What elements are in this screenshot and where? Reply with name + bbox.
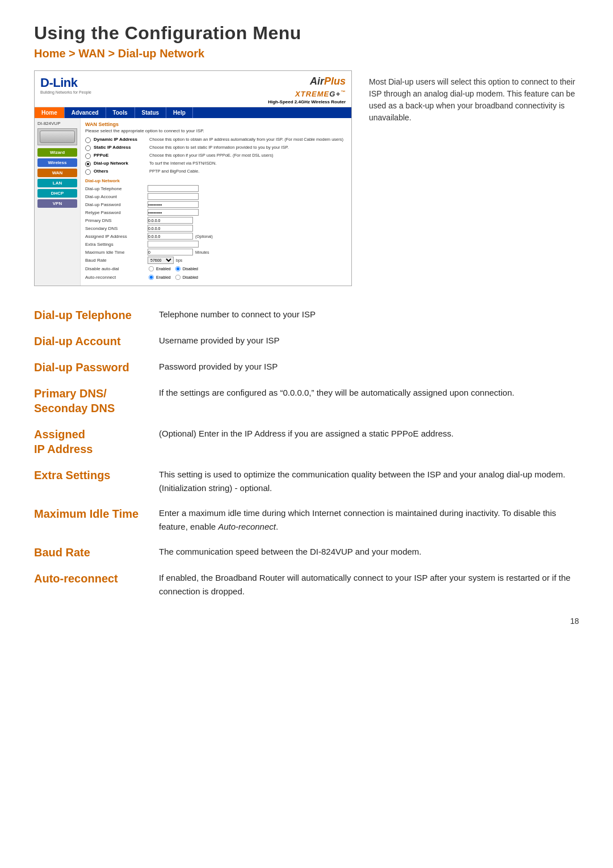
air-text: Air — [310, 76, 324, 87]
dlink-brand-sub: Building Networks for People — [40, 90, 91, 94]
plus-text: Plus — [324, 76, 346, 87]
sidebar-wizard-btn[interactable]: Wizard — [37, 148, 77, 157]
nav-advanced[interactable]: Advanced — [65, 107, 106, 118]
form-label-baudrate: Baud Rate — [85, 258, 148, 263]
term-row-dns: Primary DNS/Seconday DNS If the settings… — [34, 381, 579, 422]
wan-option-label-pppoe: PPPoE — [94, 153, 145, 158]
term-row-password: Dial-up Password Password provided by yo… — [34, 355, 579, 381]
left-description: Most Dial-up users will select this opti… — [369, 70, 579, 286]
wan-option-desc-static: Choose this option to set static IP info… — [149, 145, 289, 150]
maxidle-minutes-label: Minutes — [195, 250, 209, 254]
model-label: DI-824VUP — [37, 121, 77, 126]
term-cell-autoreconnect: Auto-reconnect — [34, 567, 159, 605]
def-telephone: Telephone number to connect to your ISP — [159, 308, 573, 321]
form-label-telephone: Dial-up Telephone — [85, 186, 148, 191]
wan-option-dialup: Dial-up Network To surf the Internet via… — [85, 161, 347, 167]
def-cell-autoreconnect: If enabled, the Broadband Router will au… — [159, 567, 579, 605]
form-row-maxidle: Maximum Idle Time Minutes — [85, 249, 347, 255]
term-dns: Primary DNS/Seconday DNS — [34, 386, 153, 416]
def-baudrate: The communication speed between the DI-8… — [159, 545, 573, 559]
sidebar-vpn-btn[interactable]: VPN — [37, 199, 77, 208]
radio-dynamic[interactable] — [85, 137, 91, 143]
router-screenshot: D-Link Building Networks for People AirP… — [34, 70, 352, 286]
sidebar-dhcp-btn[interactable]: DHCP — [37, 189, 77, 198]
sidebar-wireless-btn[interactable]: Wireless — [37, 158, 77, 167]
wan-option-static: Static IP Address Choose this option to … — [85, 145, 347, 151]
autoreconnect-disabled-option: Disabled — [174, 274, 198, 281]
nav-help[interactable]: Help — [166, 107, 193, 118]
term-cell-password: Dial-up Password — [34, 355, 159, 381]
wan-settings-title: WAN Settings — [85, 121, 347, 127]
input-telephone[interactable] — [148, 185, 199, 192]
def-assignedip: (Optional) Enter in the IP Address if yo… — [159, 427, 573, 441]
def-cell-extrasettings: This setting is used to optimize the com… — [159, 463, 579, 502]
term-telephone: Dial-up Telephone — [34, 308, 153, 322]
form-row-autodial: Disable auto-dial Enabled Disabled — [85, 265, 347, 272]
autodial-enabled-radio[interactable] — [149, 266, 154, 271]
def-maxidle: Enter a maximum idle time during which I… — [159, 506, 573, 534]
autodial-disabled-radio[interactable] — [175, 266, 180, 271]
input-password[interactable] — [148, 201, 199, 208]
nav-tools[interactable]: Tools — [106, 107, 135, 118]
input-secondarydns[interactable] — [148, 225, 193, 232]
input-extrasettings[interactable] — [148, 241, 199, 248]
terms-table: Dial-up Telephone Telephone number to co… — [34, 303, 579, 605]
radio-pppoe[interactable] — [85, 153, 91, 159]
def-cell-dns: If the settings are configured as “0.0.0… — [159, 381, 579, 422]
def-dns: If the settings are configured as “0.0.0… — [159, 386, 573, 400]
sidebar-lan-btn[interactable]: LAN — [37, 179, 77, 187]
radio-static[interactable] — [85, 145, 91, 151]
input-assignedip[interactable] — [148, 233, 193, 240]
select-baudrate[interactable]: 57600 115200 9600 14400 28800 — [148, 257, 174, 264]
router-body: DI-824VUP Wizard Wireless WAN LAN DHCP V… — [35, 118, 351, 286]
form-row-autoreconnect: Auto-reconnect Enabled Disabled — [85, 274, 347, 281]
term-row-extrasettings: Extra Settings This setting is used to o… — [34, 463, 579, 502]
form-label-secondarydns: Secondary DNS — [85, 226, 148, 231]
term-row-assignedip: AssignedIP Address (Optional) Enter in t… — [34, 422, 579, 463]
wan-option-dynamic: Dynamic IP Address Choose this option to… — [85, 137, 347, 143]
form-row-baudrate: Baud Rate 57600 115200 9600 14400 28800 … — [85, 257, 347, 264]
nav-home[interactable]: Home — [35, 107, 65, 118]
input-primarydns[interactable] — [148, 217, 193, 224]
radio-others[interactable] — [85, 169, 91, 175]
top-section: D-Link Building Networks for People AirP… — [34, 70, 579, 286]
wan-option-label-others: Others — [94, 169, 145, 174]
router-image — [37, 128, 77, 145]
term-cell-maxidle: Maximum Idle Time — [34, 502, 159, 540]
wan-option-pppoe: PPPoE Choose this option if your ISP use… — [85, 153, 347, 159]
radio-dialup[interactable] — [85, 161, 91, 167]
wan-option-label-static: Static IP Address — [94, 145, 145, 150]
wan-settings-sub: Please select the appropriate option to … — [85, 128, 347, 133]
form-row-primarydns: Primary DNS — [85, 217, 347, 224]
autoreconnect-disabled-radio[interactable] — [175, 275, 180, 280]
term-account: Dial-up Account — [34, 334, 153, 349]
wan-option-label-dialup: Dial-up Network — [94, 161, 145, 166]
term-password: Dial-up Password — [34, 360, 153, 375]
input-account[interactable] — [148, 193, 199, 200]
form-label-extrasettings: Extra Settings — [85, 242, 148, 247]
def-cell-baudrate: The communication speed between the DI-8… — [159, 540, 579, 567]
term-row-autoreconnect: Auto-reconnect If enabled, the Broadband… — [34, 567, 579, 605]
airplus-brand-name: AirPlus XTREMEG+™ — [268, 76, 346, 99]
term-maxidle: Maximum Idle Time — [34, 506, 153, 521]
form-label-primarydns: Primary DNS — [85, 218, 148, 223]
form-label-account: Dial-up Account — [85, 194, 148, 199]
autoreconnect-enabled-radio[interactable] — [149, 275, 154, 280]
term-cell-dns: Primary DNS/Seconday DNS — [34, 381, 159, 422]
term-cell-assignedip: AssignedIP Address — [34, 422, 159, 463]
term-baudrate: Baud Rate — [34, 545, 153, 560]
sidebar-wan-btn[interactable]: WAN — [37, 169, 77, 177]
form-label-autoreconnect: Auto-reconnect — [85, 275, 148, 280]
router-main-content: WAN Settings Please select the appropria… — [81, 118, 351, 286]
form-row-password: Dial-up Password — [85, 201, 347, 208]
dlink-brand-text: D-Link — [40, 76, 91, 90]
input-retype[interactable] — [148, 209, 199, 216]
wan-option-others: Others PPTP and BigPond Cable. — [85, 169, 347, 175]
term-cell-account: Dial-up Account — [34, 329, 159, 355]
airplus-logo: AirPlus XTREMEG+™ High-Speed 2.4GHz Wire… — [268, 76, 346, 104]
input-maxidle[interactable] — [148, 249, 193, 255]
nav-status[interactable]: Status — [135, 107, 167, 118]
page-number: 18 — [34, 617, 579, 626]
dlink-logo: D-Link Building Networks for People — [40, 76, 91, 94]
router-sidebar: DI-824VUP Wizard Wireless WAN LAN DHCP V… — [35, 118, 81, 286]
